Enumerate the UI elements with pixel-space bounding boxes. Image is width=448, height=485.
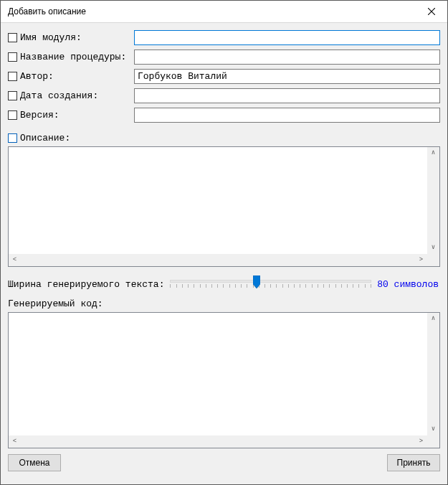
width-slider-label: Ширина генерируемого текста:: [8, 279, 164, 290]
description-textarea[interactable]: [9, 148, 427, 254]
module-name-input[interactable]: [134, 30, 440, 45]
generated-code-textarea[interactable]: [9, 314, 427, 435]
scroll-right-icon: >: [415, 435, 427, 448]
content-area: Имя модуля: Название процедуры: Автор: Д…: [1, 23, 447, 484]
author-label: Автор:: [20, 71, 54, 82]
created-checkbox[interactable]: [8, 91, 17, 100]
description-checkbox[interactable]: [8, 133, 17, 143]
generated-code-wrap: ∧ ∨ < >: [8, 312, 440, 448]
scroll-down-icon: ∨: [427, 423, 439, 435]
button-bar: Отмена Принять: [8, 448, 440, 479]
proc-name-input[interactable]: [134, 50, 440, 65]
scroll-corner: [427, 254, 439, 266]
created-input[interactable]: [134, 88, 440, 103]
slider-ticks: [170, 284, 371, 288]
scroll-corner: [427, 435, 439, 448]
scroll-down-icon: ∨: [427, 242, 439, 254]
description-label-row: Описание:: [8, 133, 440, 143]
width-slider-row: Ширина генерируемого текста: 80 символо: [8, 276, 440, 293]
width-slider-value: 80 символов: [377, 279, 440, 290]
created-label: Дата создания:: [20, 90, 98, 101]
version-input[interactable]: [134, 108, 440, 123]
author-label-row: Автор:: [8, 71, 130, 82]
generated-hscrollbar[interactable]: < >: [9, 435, 427, 448]
dialog-window: Добавить описание Имя модуля: Название п…: [0, 0, 448, 485]
width-value-unit: символов: [394, 279, 439, 290]
window-title: Добавить описание: [8, 6, 417, 17]
description-label: Описание:: [20, 133, 70, 143]
proc-name-label-row: Название процедуры:: [8, 52, 130, 62]
form-grid: Имя модуля: Название процедуры: Автор: Д…: [8, 30, 440, 123]
generated-vscrollbar[interactable]: ∧ ∨: [427, 313, 439, 435]
module-name-label: Имя модуля:: [20, 32, 82, 43]
module-name-checkbox[interactable]: [8, 33, 17, 42]
module-name-label-row: Имя модуля:: [8, 32, 130, 43]
description-textarea-wrap: ∧ ∨ < >: [8, 146, 440, 267]
slider-track: [170, 280, 371, 283]
accept-button[interactable]: Принять: [387, 454, 440, 471]
description-hscrollbar[interactable]: < >: [9, 254, 427, 266]
version-label: Версия:: [20, 110, 59, 121]
proc-name-label: Название процедуры:: [20, 52, 126, 62]
close-icon: [428, 8, 435, 15]
cancel-button[interactable]: Отмена: [8, 454, 61, 471]
version-label-row: Версия:: [8, 110, 130, 121]
description-vscrollbar[interactable]: ∧ ∨: [427, 147, 439, 254]
author-checkbox[interactable]: [8, 72, 17, 81]
scroll-left-icon: <: [9, 435, 21, 448]
scroll-left-icon: <: [9, 254, 21, 266]
created-label-row: Дата создания:: [8, 90, 130, 101]
scroll-up-icon: ∧: [427, 313, 439, 325]
proc-name-checkbox[interactable]: [8, 52, 17, 62]
generated-code-label: Генерируемый код:: [8, 298, 440, 309]
author-input[interactable]: [134, 69, 440, 84]
scroll-right-icon: >: [415, 254, 427, 266]
width-value-number: 80: [377, 279, 389, 290]
close-button[interactable]: [417, 1, 446, 22]
slider-thumb[interactable]: [253, 276, 260, 288]
version-checkbox[interactable]: [8, 110, 17, 120]
titlebar: Добавить описание: [1, 1, 447, 23]
width-slider[interactable]: [170, 276, 371, 293]
scroll-up-icon: ∧: [427, 147, 439, 159]
